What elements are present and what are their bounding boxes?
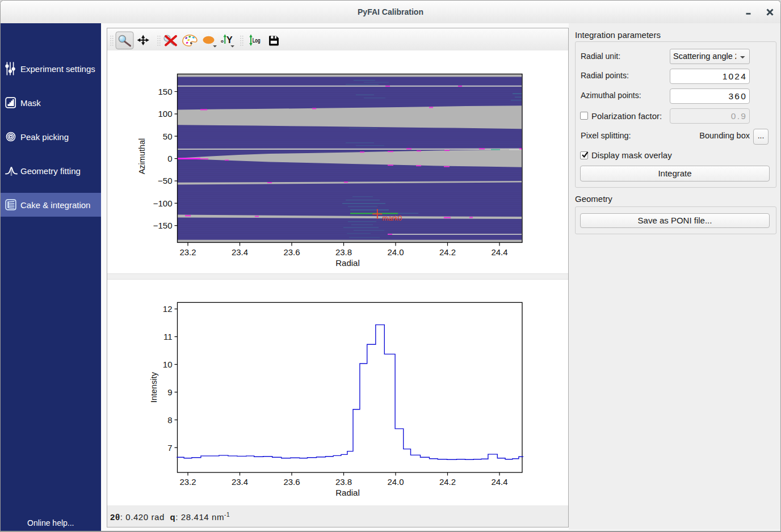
svg-text:0: 0 [167,154,172,163]
svg-text:150: 150 [158,87,172,96]
svg-text:23.6: 23.6 [283,247,300,257]
svg-text:23.4: 23.4 [232,247,248,257]
svg-text:23.8: 23.8 [335,477,352,487]
svg-text:−100: −100 [153,199,173,208]
svg-text:24.0: 24.0 [387,477,404,487]
svg-text:24.4: 24.4 [491,477,507,487]
svg-text:11: 11 [163,332,173,341]
svg-text:24.2: 24.2 [439,477,456,487]
svg-text:8: 8 [167,415,172,425]
svg-text:23.2: 23.2 [179,247,196,257]
svg-text:Y: Y [226,35,233,45]
svg-text:−50: −50 [158,176,172,185]
svg-text:23.2: 23.2 [179,477,196,487]
svg-text:Log: Log [253,37,261,44]
svg-text:24.0: 24.0 [387,247,404,257]
svg-text:Radial: Radial [335,258,360,268]
svg-text:23.4: 23.4 [232,477,248,487]
svg-text:23.8: 23.8 [335,247,352,257]
svg-text:9: 9 [167,387,172,397]
svg-text:100: 100 [158,109,172,119]
svg-text:mark0: mark0 [383,214,402,222]
svg-text:Azimuthal: Azimuthal [137,138,146,175]
svg-text:7: 7 [167,443,172,453]
svg-text:Intensity: Intensity [149,371,158,403]
svg-text:o: o [221,39,224,44]
svg-text:Radial: Radial [335,488,360,497]
svg-text:−150: −150 [153,221,173,230]
svg-text:24.4: 24.4 [491,247,507,257]
svg-text:23.6: 23.6 [283,477,300,487]
svg-text:24.2: 24.2 [439,247,456,257]
svg-text:50: 50 [163,132,173,141]
svg-text:12: 12 [163,304,173,314]
svg-text:10: 10 [163,360,173,369]
